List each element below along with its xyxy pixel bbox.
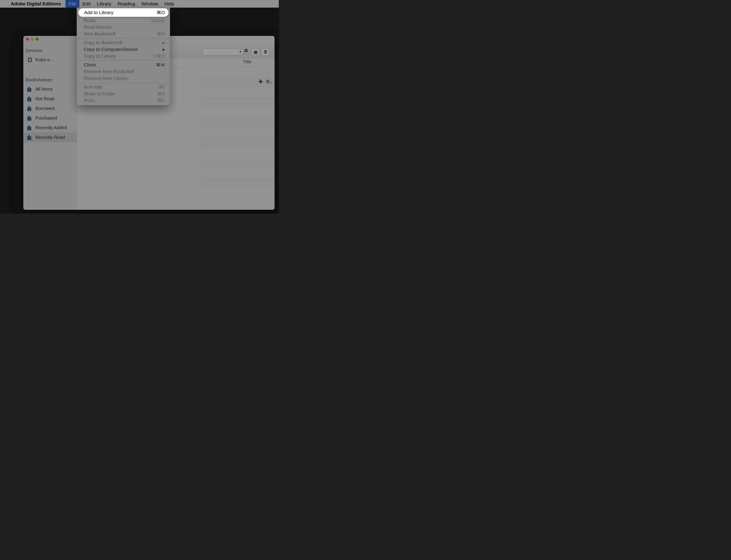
- menu-item-label: Add to Library: [84, 10, 114, 15]
- table-row[interactable]: [202, 138, 275, 148]
- menu-item-label: Item Info: [84, 84, 102, 90]
- shelf-recently-added[interactable]: Recently Added: [23, 123, 77, 133]
- menu-item-label: Close: [84, 62, 96, 68]
- submenu-arrow-icon: ▶: [163, 48, 165, 51]
- menu-item-label: Read Recent: [84, 24, 112, 30]
- menu-item-label: Copy to Library: [84, 53, 116, 59]
- menu-item-shortcut: ⌘P: [157, 98, 165, 103]
- table-row[interactable]: [202, 118, 275, 128]
- menu-file[interactable]: File: [66, 0, 79, 8]
- menu-remove-from-library: Remove from Library: [77, 75, 170, 82]
- devices-heading: Devices: [23, 46, 77, 55]
- menu-separator: [77, 38, 170, 38]
- table-row[interactable]: [202, 168, 275, 178]
- menu-item-shortcut: ⌘O: [157, 10, 165, 15]
- menu-item-shortcut: ⌘N: [157, 31, 165, 37]
- menu-separator: [77, 60, 170, 61]
- menu-item-label: New Bookshelf: [84, 31, 115, 37]
- menu-item-label: Read: [84, 18, 95, 23]
- menu-item-label: Show In Finder: [84, 91, 116, 96]
- sort-select[interactable]: ▾: [203, 48, 243, 55]
- shelf-label: Recently Read: [35, 135, 65, 140]
- menu-item-shortcut: ⌘W: [156, 62, 165, 68]
- sidebar: Devices Kobo e… Bookshelves All Items No…: [23, 36, 77, 210]
- shelf-all-items[interactable]: All Items: [23, 84, 77, 94]
- table-row[interactable]: [202, 158, 275, 168]
- table-row[interactable]: [202, 148, 275, 158]
- shelf-label: Borrowed: [35, 106, 55, 111]
- menu-edit[interactable]: Edit: [79, 0, 94, 8]
- menu-item-label: Copy to Computer/Device: [84, 47, 138, 52]
- shelf-recently-read[interactable]: Recently Read: [23, 133, 77, 142]
- menu-copy-to-library: Copy to Library ⇧⌘O: [77, 53, 170, 59]
- shelf-not-read[interactable]: Not Read: [23, 94, 77, 104]
- menu-item-label: Copy to Bookshelf: [84, 40, 122, 45]
- menu-add-to-library-highlight[interactable]: Add to Library ⌘O: [78, 8, 169, 17]
- svg-rect-1: [29, 58, 31, 61]
- device-item[interactable]: Kobo e…: [23, 55, 77, 65]
- menu-print: Print... ⌘P: [77, 97, 170, 104]
- gear-icon[interactable]: ✲: [244, 48, 248, 54]
- add-icon[interactable]: ✚: [259, 79, 263, 85]
- bookshelf-icon: [27, 135, 32, 140]
- menu-new-bookshelf: New Bookshelf ⌘N: [77, 31, 170, 37]
- menu-item-shortcut: Space: [151, 18, 165, 23]
- shelf-label: Recently Added: [35, 125, 67, 130]
- table-row[interactable]: [202, 128, 275, 138]
- menu-window[interactable]: Window: [138, 0, 161, 8]
- shelf-label: Purchased: [35, 116, 57, 121]
- menu-read: Read Space: [77, 17, 170, 24]
- bookshelves-heading: Bookshelves: [23, 75, 77, 84]
- bookshelf-icon: [27, 96, 32, 101]
- table-row[interactable]: [202, 67, 275, 77]
- menu-copy-to-bookshelf: Copy to Bookshelf ▶: [77, 39, 170, 46]
- shelf-purchased[interactable]: Purchased: [23, 113, 77, 123]
- menu-read-recent: Read Recent: [77, 24, 170, 31]
- device-icon: [27, 57, 32, 62]
- system-menubar: Adobe Digital Editions File Edit Library…: [0, 0, 279, 8]
- bookshelf-icon: [27, 116, 32, 121]
- menu-item-label: Remove from Library: [84, 76, 128, 81]
- menu-item-info: Item Info ⌘I: [77, 84, 170, 90]
- shelf-label: Not Read: [35, 96, 55, 101]
- menu-reading[interactable]: Reading: [114, 0, 138, 8]
- bookshelf-icon: [27, 125, 32, 130]
- chevron-down-icon: ▾: [240, 50, 241, 53]
- menu-item-shortcut: ⌘I: [159, 84, 165, 90]
- grid-view-button[interactable]: ▦: [251, 48, 260, 56]
- gear-icon[interactable]: ✲▾: [266, 79, 271, 85]
- menu-library[interactable]: Library: [94, 0, 114, 8]
- list-view-button[interactable]: ≣: [261, 48, 270, 56]
- menu-item-label: Remove from Bookshelf: [84, 69, 134, 74]
- bookshelf-icon: [27, 87, 32, 92]
- bookshelf-icon: [27, 106, 32, 111]
- menu-item-shortcut: ⇧⌘O: [153, 53, 165, 59]
- menu-copy-to-computer-device[interactable]: Copy to Computer/Device ▶: [77, 46, 170, 53]
- app-name[interactable]: Adobe Digital Editions: [11, 1, 61, 7]
- table-row[interactable]: [202, 188, 275, 199]
- menu-item-shortcut: ⌘E: [157, 91, 165, 96]
- device-label: Kobo e…: [35, 57, 54, 62]
- menu-show-in-finder: Show In Finder ⌘E: [77, 90, 170, 97]
- menu-item-label: Print...: [84, 98, 98, 103]
- shelf-borrowed[interactable]: Borrowed: [23, 104, 77, 113]
- menu-close[interactable]: Close ⌘W: [77, 61, 170, 68]
- table-row[interactable]: [202, 178, 275, 188]
- shelf-label: All Items: [35, 87, 53, 92]
- file-menu-dropdown: Add to Library ⌘O Read Space Read Recent…: [77, 8, 170, 105]
- table-row[interactable]: [202, 108, 275, 118]
- menu-remove-from-bookshelf: Remove from Bookshelf: [77, 68, 170, 75]
- menu-help[interactable]: Help: [161, 0, 177, 8]
- table-row[interactable]: [202, 98, 275, 108]
- table-row[interactable]: [202, 87, 275, 98]
- submenu-arrow-icon: ▶: [163, 41, 165, 44]
- column-title[interactable]: Title: [243, 59, 252, 64]
